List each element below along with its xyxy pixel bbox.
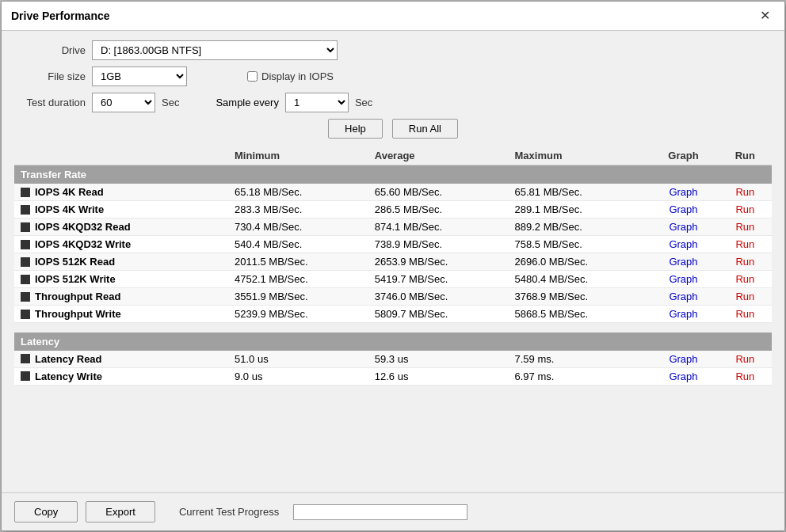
help-button[interactable]: Help (328, 119, 383, 139)
display-iops-label: Display in IOPS (247, 70, 334, 82)
graph-link[interactable]: Graph (669, 256, 697, 268)
run-all-button[interactable]: Run All (392, 119, 458, 139)
graph-link[interactable]: Graph (669, 353, 697, 365)
row-graph-cell: Graph (648, 253, 718, 271)
row-maximum: 6.97 ms. (509, 367, 649, 385)
drive-performance-window: Drive Performance ✕ Drive D: [1863.00GB … (1, 1, 785, 531)
table-row: IOPS 4K Write 283.3 MB/Sec. 286.5 MB/Sec… (14, 201, 772, 218)
table-row: IOPS 512K Write 4752.1 MB/Sec. 5419.7 MB… (14, 271, 772, 288)
row-maximum: 2696.0 MB/Sec. (509, 253, 649, 271)
row-label-text: IOPS 4KQD32 Write (35, 238, 131, 250)
window-title: Drive Performance (11, 10, 110, 22)
row-maximum: 7.59 ms. (509, 351, 649, 368)
col-graph: Graph (648, 146, 718, 165)
row-graph-cell: Graph (648, 351, 718, 368)
graph-link[interactable]: Graph (669, 203, 697, 215)
row-average: 2653.9 MB/Sec. (368, 253, 509, 271)
row-maximum: 5480.4 MB/Sec. (509, 271, 649, 288)
row-minimum: 2011.5 MB/Sec. (228, 253, 368, 271)
run-link[interactable]: Run (735, 353, 754, 365)
sample-select[interactable]: 1 2 5 (285, 93, 349, 112)
row-run-cell: Run (719, 253, 772, 271)
export-button[interactable]: Export (86, 501, 155, 522)
row-icon (21, 310, 30, 319)
row-label-text: IOPS 4K Write (35, 203, 104, 215)
table-row: IOPS 512K Read 2011.5 MB/Sec. 2653.9 MB/… (14, 253, 772, 271)
run-link[interactable]: Run (735, 221, 754, 233)
row-run-cell: Run (719, 271, 772, 288)
run-link[interactable]: Run (735, 256, 754, 268)
button-row: Help Run All (14, 119, 772, 139)
row-icon (21, 275, 30, 284)
sample-every-label: Sample every (216, 97, 278, 108)
row-average: 286.5 MB/Sec. (368, 201, 509, 218)
drive-label: Drive (14, 44, 86, 56)
row-name-cell: IOPS 4KQD32 Read (14, 218, 228, 236)
row-run-cell: Run (719, 288, 772, 306)
spacer-row (14, 323, 772, 332)
row-minimum: 730.4 MB/Sec. (228, 218, 368, 236)
row-run-cell: Run (719, 306, 772, 323)
graph-link[interactable]: Graph (669, 186, 697, 198)
row-icon (21, 188, 30, 197)
row-label-text: IOPS 4KQD32 Read (35, 221, 131, 233)
table-row: Latency Write 9.0 us 12.6 us 6.97 ms. Gr… (14, 367, 772, 385)
row-name-cell: IOPS 512K Read (14, 253, 228, 271)
row-maximum: 65.81 MB/Sec. (509, 184, 649, 201)
filesize-select[interactable]: 1GB 512MB (92, 66, 187, 86)
graph-link[interactable]: Graph (669, 221, 697, 233)
row-graph-cell: Graph (648, 271, 718, 288)
duration-select[interactable]: 60 30 120 (92, 93, 155, 112)
close-button[interactable]: ✕ (755, 8, 775, 24)
table-header-row: Minimum Average Maximum Graph Run (14, 146, 772, 165)
run-link[interactable]: Run (735, 203, 754, 215)
graph-link[interactable]: Graph (669, 370, 697, 382)
row-minimum: 3551.9 MB/Sec. (228, 288, 368, 306)
display-iops-checkbox[interactable] (247, 71, 258, 82)
form-section: Drive D: [1863.00GB NTFS] File size 1GB … (14, 40, 772, 139)
row-name-cell: Throughput Write (14, 306, 228, 323)
progress-label: Current Test Progress (179, 506, 279, 518)
row-average: 874.1 MB/Sec. (368, 218, 509, 236)
copy-button[interactable]: Copy (14, 501, 78, 522)
row-label-text: Throughput Read (35, 291, 120, 302)
graph-link[interactable]: Graph (669, 308, 697, 320)
row-average: 59.3 us (368, 351, 509, 368)
row-run-cell: Run (719, 367, 772, 385)
row-minimum: 4752.1 MB/Sec. (228, 271, 368, 288)
row-average: 65.60 MB/Sec. (368, 184, 509, 201)
graph-link[interactable]: Graph (669, 238, 697, 250)
duration-row: Test duration 60 30 120 Sec Sample every… (14, 93, 772, 112)
row-average: 3746.0 MB/Sec. (368, 288, 509, 306)
transfer-rate-header: Transfer Rate (14, 165, 772, 184)
row-maximum: 3768.9 MB/Sec. (509, 288, 649, 306)
run-link[interactable]: Run (735, 186, 754, 198)
sec-label-2: Sec (355, 97, 372, 108)
col-maximum: Maximum (509, 146, 649, 165)
run-link[interactable]: Run (735, 308, 754, 320)
test-duration-label: Test duration (14, 97, 86, 108)
transfer-rate-label: Transfer Rate (14, 165, 772, 184)
drive-select[interactable]: D: [1863.00GB NTFS] (92, 40, 338, 60)
graph-link[interactable]: Graph (669, 273, 697, 285)
row-name-cell: Latency Read (14, 351, 228, 368)
filesize-label: File size (14, 70, 86, 82)
row-icon (21, 292, 30, 302)
row-label-text: IOPS 512K Write (35, 273, 116, 285)
graph-link[interactable]: Graph (669, 291, 697, 302)
row-average: 12.6 us (368, 367, 509, 385)
row-icon (21, 257, 30, 267)
row-average: 738.9 MB/Sec. (368, 236, 509, 253)
table-row: Throughput Read 3551.9 MB/Sec. 3746.0 MB… (14, 288, 772, 306)
row-run-cell: Run (719, 184, 772, 201)
run-link[interactable]: Run (735, 291, 754, 302)
row-maximum: 889.2 MB/Sec. (509, 218, 649, 236)
run-link[interactable]: Run (735, 370, 754, 382)
row-label-text: IOPS 512K Read (35, 256, 115, 268)
run-link[interactable]: Run (735, 238, 754, 250)
table-row: IOPS 4KQD32 Read 730.4 MB/Sec. 874.1 MB/… (14, 218, 772, 236)
row-icon (21, 205, 30, 215)
run-link[interactable]: Run (735, 273, 754, 285)
row-label-text: Latency Write (35, 370, 102, 382)
row-name-cell: IOPS 4K Write (14, 201, 228, 218)
